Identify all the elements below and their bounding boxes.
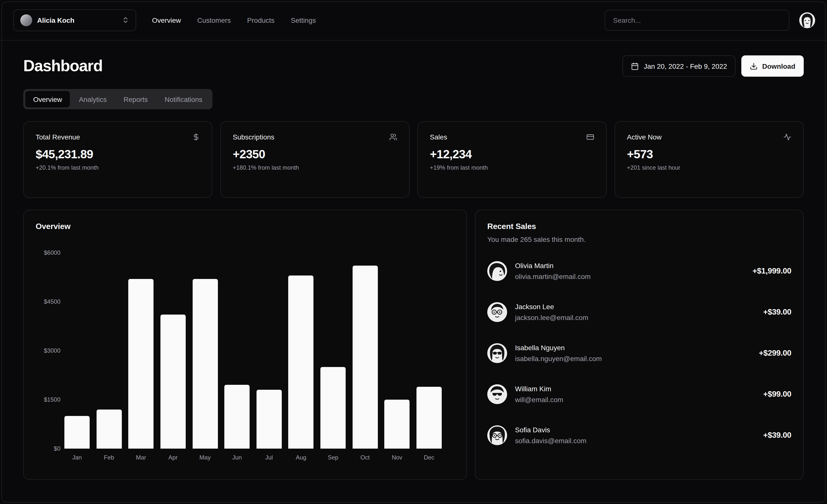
stat-title: Active Now — [627, 133, 662, 141]
bar-apr — [160, 315, 186, 449]
title-row: Dashboard Jan 20, 2022 - Feb 9, 2022 Dow… — [23, 55, 804, 77]
recent-sales-title: Recent Sales — [487, 222, 791, 231]
bar-column-sep: Sep — [321, 367, 346, 461]
bar-column-jul: Jul — [256, 390, 282, 461]
bar-column-dec: Dec — [417, 387, 442, 461]
download-icon — [750, 62, 758, 70]
x-axis-label: Mar — [136, 454, 146, 461]
stat-title: Sales — [430, 133, 447, 141]
team-avatar — [20, 14, 32, 26]
x-axis-label: Oct — [360, 454, 370, 461]
bar-dec — [417, 387, 442, 449]
date-range-picker[interactable]: Jan 20, 2022 - Feb 9, 2022 — [623, 55, 735, 77]
bar-column-oct: Oct — [352, 266, 378, 461]
bar-column-apr: Apr — [160, 315, 186, 461]
stat-value: $45,231.89 — [36, 148, 200, 161]
sale-info: Isabella Nguyenisabella.nguyen@email.com — [515, 343, 602, 363]
stat-change: +201 since last hour — [627, 164, 791, 171]
bar-column-jun: Jun — [224, 385, 250, 461]
overview-chart-card: Overview $6000$4500$3000$1500$0 JanFebMa… — [23, 210, 467, 480]
sale-info: Jackson Leejackson.lee@email.com — [515, 302, 588, 322]
sale-email: jackson.lee@email.com — [515, 313, 588, 322]
sale-item-isabella-nguyen: Isabella Nguyenisabella.nguyen@email.com… — [487, 343, 791, 363]
nav-item-settings[interactable]: Settings — [291, 16, 316, 24]
bar-jan — [64, 416, 90, 449]
x-axis-label: Jul — [265, 454, 273, 461]
x-axis-label: Apr — [168, 454, 178, 461]
download-button[interactable]: Download — [741, 55, 804, 77]
tab-reports[interactable]: Reports — [116, 91, 156, 107]
chart-title: Overview — [36, 222, 454, 231]
sale-item-olivia-martin: Olivia Martinolivia.martin@email.com+$1,… — [487, 261, 791, 281]
bar-jul — [256, 390, 282, 449]
header-right — [605, 10, 815, 31]
search-input[interactable] — [605, 10, 789, 31]
y-axis-tick: $6000 — [44, 249, 60, 256]
calendar-icon — [631, 62, 639, 70]
bar-sep — [321, 367, 346, 449]
sale-amount: +$39.00 — [763, 431, 791, 440]
sale-name: Olivia Martin — [515, 261, 590, 270]
tab-overview[interactable]: Overview — [25, 91, 70, 107]
main-content: Dashboard Jan 20, 2022 - Feb 9, 2022 Dow… — [0, 41, 827, 501]
avatar-sofia — [487, 425, 507, 445]
top-header: Alicia Koch OverviewCustomersProductsSet… — [0, 0, 827, 41]
nav-item-customers[interactable]: Customers — [197, 16, 231, 24]
sale-email: will@email.com — [515, 395, 563, 404]
tab-analytics[interactable]: Analytics — [71, 91, 115, 107]
sale-info: William Kimwill@email.com — [515, 384, 563, 404]
sale-email: olivia.martin@email.com — [515, 272, 590, 281]
x-axis-label: Jan — [72, 454, 82, 461]
sale-info: Sofia Davissofia.davis@email.com — [515, 425, 586, 445]
title-actions: Jan 20, 2022 - Feb 9, 2022 Download — [623, 55, 804, 77]
x-axis-label: Aug — [296, 454, 306, 461]
x-axis-label: Dec — [424, 454, 434, 461]
main-nav: OverviewCustomersProductsSettings — [152, 16, 316, 24]
bar-column-aug: Aug — [288, 276, 314, 461]
stat-change: +20.1% from last month — [36, 164, 200, 171]
sale-amount: +$299.00 — [759, 349, 791, 357]
dashboard-page: Alicia Koch OverviewCustomersProductsSet… — [0, 0, 827, 504]
sale-name: Sofia Davis — [515, 425, 586, 434]
stat-value: +2350 — [233, 148, 397, 161]
stat-title: Subscriptions — [233, 133, 274, 141]
tab-notifications[interactable]: Notifications — [157, 91, 210, 107]
bar-may — [192, 279, 217, 449]
x-axis-label: Feb — [104, 454, 114, 461]
sale-amount: +$99.00 — [763, 390, 791, 399]
sale-name: William Kim — [515, 384, 563, 393]
stat-card-active-now: Active Now +573 +201 since last hour — [615, 121, 804, 198]
bar-nov — [385, 400, 410, 449]
bar-column-nov: Nov — [385, 400, 410, 461]
x-axis-label: May — [199, 454, 210, 461]
sale-name: Jackson Lee — [515, 302, 588, 311]
nav-item-products[interactable]: Products — [247, 16, 275, 24]
bar-column-mar: Mar — [129, 279, 154, 461]
user-avatar[interactable] — [799, 12, 815, 28]
team-name: Alicia Koch — [37, 16, 74, 24]
activity-icon — [783, 133, 791, 141]
stat-change: +180.1% from last month — [233, 164, 397, 171]
sale-name: Isabella Nguyen — [515, 343, 602, 352]
bar-chart: $6000$4500$3000$1500$0 JanFebMarAprMayJu… — [36, 253, 454, 461]
users-icon — [389, 133, 397, 141]
page-title: Dashboard — [23, 57, 102, 75]
recent-sales-card: Recent Sales You made 265 sales this mon… — [475, 210, 804, 480]
team-switcher[interactable]: Alicia Koch — [13, 9, 136, 31]
bar-mar — [129, 279, 154, 449]
y-axis-tick: $1500 — [44, 396, 60, 403]
sale-email: isabella.nguyen@email.com — [515, 354, 602, 363]
stat-title: Total Revenue — [36, 133, 80, 141]
y-axis-tick: $0 — [54, 445, 60, 452]
chevrons-up-down-icon — [122, 16, 129, 24]
sale-item-william-kim: William Kimwill@email.com+$99.00 — [487, 384, 791, 404]
y-axis-tick: $3000 — [44, 347, 60, 354]
chart-plot: JanFebMarAprMayJunJulAugSepOctNovDec — [64, 266, 454, 461]
stat-value: +12,234 — [430, 148, 594, 161]
download-label: Download — [762, 62, 795, 70]
avatar-olivia — [487, 261, 507, 281]
stat-cards: Total Revenue $45,231.89 +20.1% from las… — [23, 121, 804, 198]
nav-item-overview[interactable]: Overview — [152, 16, 181, 24]
bar-aug — [288, 276, 314, 449]
stat-value: +573 — [627, 148, 791, 161]
